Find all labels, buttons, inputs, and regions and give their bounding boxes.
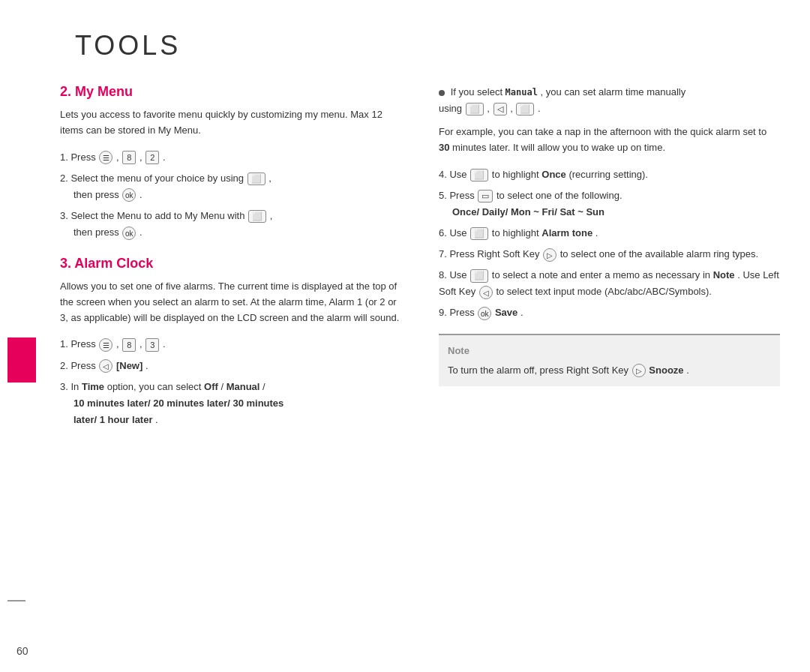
nav-small-2: ◁ [494, 103, 507, 116]
alarm-step-1-comma2: , [140, 338, 145, 350]
step-8-text4: to select text input mode (Abc/abc/ABC/S… [496, 286, 712, 297]
step-8-text2: to select a note and enter a memo as nec… [492, 269, 713, 280]
save-label: Save [495, 307, 518, 318]
step-5-text2: to select one of the following. [496, 190, 622, 201]
step-3-comma: , [270, 210, 273, 221]
page-title: TOOLS [75, 30, 780, 62]
my-menu-title: 2. My Menu [60, 84, 401, 100]
step-4-text: 4. Use [439, 169, 470, 180]
step-2-indent: then press [60, 189, 122, 200]
manual-label: Manual [226, 381, 260, 392]
nav-small-3: ⬜ [516, 103, 534, 116]
note-period: . [686, 364, 689, 376]
bullet-text2: , you can set alarm time manually [541, 86, 686, 98]
alarm-step-3-slash2: / [262, 381, 266, 392]
step-2-period: . [140, 189, 142, 200]
step-2-text: 2. Select the menu of your choice by usi… [60, 172, 247, 184]
step-1-comma2: , [140, 152, 145, 163]
step-1: 1. Press ☰ , 8 , 2 . [60, 149, 401, 166]
snooze-label: Snooze [649, 364, 683, 376]
page: TOOLS 60 TOOLS 2. My Menu Lets you acces… [0, 0, 810, 672]
right-step-8: 8. Use ⬜ to select a note and enter a me… [439, 267, 780, 300]
alarm-clock-section: 3. Alarm Clock Allows you to set one of … [60, 256, 401, 428]
key-8-icon-2: 8 [122, 338, 136, 352]
alarm-options-bold: 10 minutes later/ 20 minutes later/ 30 m… [60, 398, 284, 409]
alarm-step-2-text: 2. Press [60, 360, 98, 371]
time-label: Time [82, 381, 104, 392]
left-column: 2. My Menu Lets you access to favorite m… [60, 84, 409, 650]
step-7-text: 7. Press Right Soft Key [439, 248, 542, 260]
right-steps: If you select Manual , you can set alarm… [439, 84, 780, 386]
alarm-step-3-text: 3. In [60, 381, 82, 392]
step-6-text: 6. Use [439, 227, 470, 238]
key-8-icon: 8 [122, 151, 136, 164]
step-3-text: 3. Select the Menu to add to My Menu wit… [60, 210, 248, 221]
main-content: TOOLS 2. My Menu Lets you access to favo… [45, 0, 810, 672]
nav-small-1: ⬜ [466, 103, 484, 116]
alarm-clock-steps: 1. Press ☰ , 8 , 3 . 2. Press ◁ [New] [60, 336, 401, 428]
note-text: To turn the alarm off, press Right Soft … [448, 364, 632, 376]
alarm-step-3: 3. In Time option, you can select Off / … [60, 379, 401, 428]
sidebar-line [8, 600, 26, 602]
alarm-clock-description: Allows you to set one of five alarms. Th… [60, 279, 401, 326]
key-3-icon: 3 [146, 338, 159, 352]
use-icon-4: ⬜ [470, 169, 488, 182]
left-soft-icon-8: ◁ [479, 286, 493, 299]
use-icon-8: ⬜ [470, 269, 488, 282]
using-text: using [439, 103, 465, 114]
step-6-period: . [596, 227, 598, 238]
right-soft-icon-7: ▷ [543, 248, 556, 262]
alarm-step-3-text2: option, you can select [107, 381, 204, 392]
alarm-step-1-comma: , [116, 338, 122, 350]
alarm-step-1: 1. Press ☰ , 8 , 3 . [60, 336, 401, 352]
use-icon-6: ⬜ [470, 227, 488, 240]
nav-icon-2: ⬜ [248, 210, 266, 223]
off-label: Off [204, 381, 218, 392]
sidebar-accent: TOOLS [8, 338, 36, 382]
nav-icon-1: ⬜ [248, 172, 266, 185]
press-icon-5: ▭ [478, 190, 493, 202]
once-label: Once [542, 169, 566, 180]
bullet-text: If you select [451, 86, 506, 98]
alarm-step-2: 2. Press ◁ [New] . [60, 358, 401, 374]
alarm-step-3-period: . [155, 414, 158, 425]
menu-icon-2: ☰ [99, 338, 112, 352]
manual-text: Manual [506, 87, 538, 98]
right-soft-icon-note: ▷ [632, 364, 646, 377]
note-box: Note To turn the alarm off, press Right … [439, 334, 780, 386]
comma-1: , [487, 103, 492, 114]
alarm-step-2-period: . [146, 360, 148, 371]
my-menu-steps: 1. Press ☰ , 8 , 2 . 2. Select the menu … [60, 149, 401, 241]
alarm-step-1-num: 1. Press [60, 338, 98, 350]
two-column-layout: 2. My Menu Lets you access to favorite m… [60, 84, 780, 650]
right-step-9: 9. Press ok Save . [439, 304, 780, 321]
alarm-step-3-slash: / [220, 381, 226, 392]
step-9-text: 9. Press [439, 307, 477, 318]
period-bullet: . [538, 103, 541, 114]
alarm-clock-title: 3. Alarm Clock [60, 256, 401, 272]
step-5-text: 5. Press [439, 190, 477, 201]
left-soft-icon: ◁ [99, 359, 112, 373]
bullet-step: If you select Manual , you can set alarm… [439, 84, 780, 117]
thirty-min: 30 [439, 142, 449, 153]
key-2-icon: 2 [146, 151, 159, 164]
note-title: Note [448, 343, 771, 359]
right-step-5: 5. Press ▭ to select one of the followin… [439, 188, 780, 220]
alarm-options-bold2: later/ 1 hour later [60, 414, 152, 425]
right-column: If you select Manual , you can set alarm… [431, 84, 780, 650]
bullet-icon [439, 90, 445, 96]
step-3-indent: then press [60, 226, 122, 238]
step-1-period: . [163, 152, 166, 163]
step-4-text2: to highlight [492, 169, 542, 180]
alarm-step-2-label: [New] [116, 360, 142, 371]
ok-icon-1: ok [122, 188, 136, 202]
note-label: Note [713, 269, 735, 280]
alarm-step-1-period: . [163, 338, 166, 350]
example-paragraph: For example, you can take a nap in the a… [439, 124, 780, 156]
step-4-text3: (recurring setting). [568, 169, 647, 180]
step-1-comma: , [116, 152, 122, 163]
step-5-options: Once/ Daily/ Mon ~ Fri/ Sat ~ Sun [439, 206, 604, 218]
step-2: 2. Select the menu of your choice by usi… [60, 170, 401, 203]
step-9-period: . [520, 307, 524, 318]
my-menu-section: 2. My Menu Lets you access to favorite m… [60, 84, 401, 241]
